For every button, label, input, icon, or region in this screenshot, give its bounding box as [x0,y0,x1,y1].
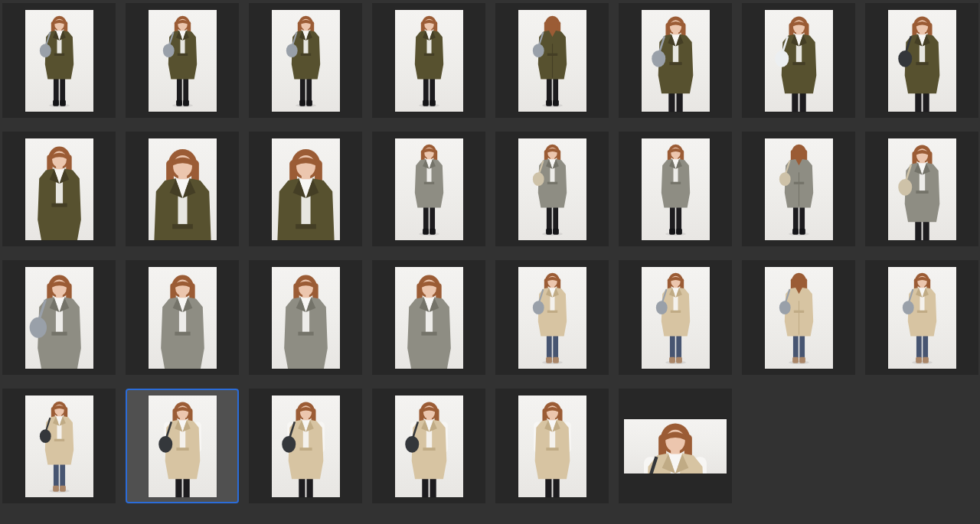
photo-tile[interactable] [495,260,609,375]
photo-tile[interactable] [2,132,116,246]
photo-tile[interactable] [495,3,609,118]
photo-thumbnail [25,395,93,497]
photo-thumbnail [395,395,463,497]
photo-thumbnail [149,10,217,112]
photo-tile[interactable] [2,3,116,118]
model-figure-illustration [765,267,833,369]
photo-tile[interactable] [619,132,732,246]
photo-thumbnail [624,419,727,474]
photo-thumbnail [642,138,710,240]
photo-tile[interactable] [372,260,485,375]
photo-tile[interactable] [249,389,362,503]
photo-thumbnail [518,395,586,497]
model-figure-illustration [765,10,833,112]
model-figure-illustration [272,138,340,240]
photo-thumbnail [395,138,463,240]
photo-thumbnail [25,138,93,240]
model-figure-illustration [642,267,710,369]
model-figure-illustration [888,267,956,369]
photo-tile[interactable] [742,260,855,375]
photo-thumbnail [518,10,586,112]
photo-thumbnail [765,267,833,369]
photo-tile[interactable] [865,260,978,375]
model-figure-illustration [25,267,93,369]
model-figure-illustration [395,138,463,240]
photo-tile[interactable] [619,260,732,375]
model-figure-illustration [272,395,340,497]
photo-tile[interactable] [495,389,609,503]
photo-tile[interactable] [2,260,116,375]
photo-thumbnail [395,10,463,112]
photo-tile[interactable] [249,3,362,118]
photo-thumbnail [272,10,340,112]
photo-thumbnail [25,267,93,369]
model-figure-illustration [149,10,217,112]
model-figure-illustration [765,138,833,240]
photo-thumbnail [149,395,217,497]
model-figure-illustration [642,10,710,112]
model-figure-illustration [888,138,956,240]
model-figure-illustration [25,395,93,497]
photo-thumbnail [395,267,463,369]
photo-tile[interactable] [619,389,732,503]
model-figure-illustration [395,267,463,369]
photo-thumbnail [272,395,340,497]
model-figure-illustration [272,267,340,369]
photo-tile[interactable] [372,132,485,246]
model-figure-illustration [518,395,586,497]
photo-tile[interactable] [249,132,362,246]
photo-thumbnail [149,267,217,369]
model-figure-illustration [149,395,217,497]
photo-thumbnail [25,10,93,112]
model-figure-illustration [518,138,586,240]
photo-tile[interactable] [742,132,855,246]
photo-thumbnail [149,138,217,240]
photo-thumbnail [642,267,710,369]
photo-thumbnail [272,138,340,240]
model-figure-illustration [395,395,463,497]
photo-tile[interactable] [126,3,239,118]
model-figure-illustration [642,138,710,240]
model-figure-illustration [518,267,586,369]
photo-grid [0,0,980,503]
photo-tile[interactable] [495,132,609,246]
model-figure-illustration [25,138,93,240]
model-figure-illustration [272,10,340,112]
photo-tile[interactable] [126,132,239,246]
photo-thumbnail [518,267,586,369]
model-figure-illustration [624,419,727,474]
model-figure-illustration [149,267,217,369]
photo-thumbnail [642,10,710,112]
gallery-view [0,0,980,524]
photo-tile[interactable] [2,389,116,503]
model-figure-illustration [395,10,463,112]
photo-tile[interactable] [619,3,732,118]
photo-tile[interactable] [742,3,855,118]
photo-tile[interactable] [372,389,485,503]
photo-thumbnail [888,10,956,112]
photo-tile-selected[interactable] [126,389,239,503]
model-figure-illustration [149,138,217,240]
photo-tile[interactable] [865,3,978,118]
photo-thumbnail [518,138,586,240]
model-figure-illustration [25,10,93,112]
photo-tile[interactable] [249,260,362,375]
photo-tile[interactable] [865,132,978,246]
photo-thumbnail [888,267,956,369]
photo-thumbnail [888,138,956,240]
model-figure-illustration [518,10,586,112]
photo-thumbnail [765,138,833,240]
photo-thumbnail [272,267,340,369]
model-figure-illustration [888,10,956,112]
photo-thumbnail [765,10,833,112]
photo-tile[interactable] [126,260,239,375]
photo-tile[interactable] [372,3,485,118]
